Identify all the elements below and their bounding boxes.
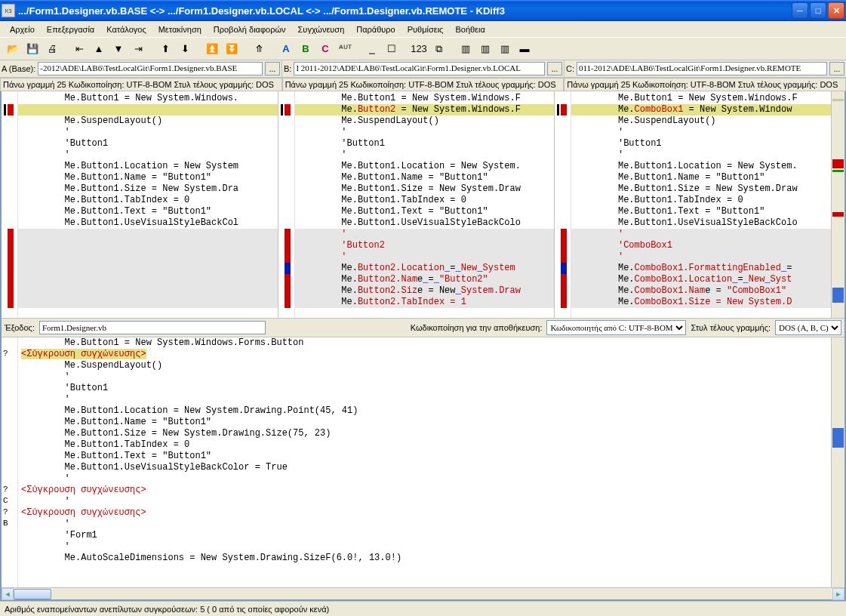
diff-pane-a[interactable]: Me.Button1 = New System.Windows. Me.Susp…: [2, 91, 278, 318]
app-icon: K3: [2, 4, 15, 17]
open-icon: 📂: [7, 43, 19, 54]
path-c-label: C:: [566, 64, 574, 73]
code-line: Me.ComboBox1 = New System.Window: [571, 104, 831, 116]
code-line: Me.Button1.UseVisualStyleBackCol: [18, 217, 278, 229]
toolbar-nextconf-button[interactable]: ⏬: [223, 41, 240, 57]
toolbar-123-button[interactable]: 123: [411, 41, 427, 57]
ws2-icon: ☐: [387, 43, 396, 54]
title-bar: K3 .../Form1.Designer.vb.BASE <-> .../Fo…: [0, 0, 846, 21]
split-icon: ⧉: [435, 43, 442, 55]
toolbar-ws1-button[interactable]: ⎯: [364, 41, 380, 57]
eol-label: Στυλ τέλους γραμμής:: [691, 323, 771, 332]
merge-gutter-marker: B: [3, 519, 8, 528]
code-line: Me.Button1.Location = New System.: [571, 161, 831, 172]
merge-line: ': [18, 473, 831, 485]
toolbar-A-button[interactable]: A: [278, 41, 294, 57]
code-line: [18, 251, 278, 263]
toolbar-auto-button[interactable]: ᴬᵁᵀ: [337, 41, 353, 57]
code-line: Me.Button1.Name = "Button1": [18, 172, 278, 183]
toolbar-prevdiff-button[interactable]: ⬆: [157, 41, 174, 57]
menu-Ρυθμίσεις[interactable]: Ρυθμίσεις: [402, 23, 449, 35]
horizontal-scrollbar[interactable]: ◄►: [2, 587, 844, 599]
close-button[interactable]: ✕: [828, 2, 844, 19]
menu-Κατάλογος[interactable]: Κατάλογος: [101, 23, 151, 35]
code-line: Me.ComboBox1.FormattingEnabled_=: [571, 263, 831, 274]
toolbar-autosolve-button[interactable]: ⤊: [251, 41, 267, 57]
menu-Επεξεργασία[interactable]: Επεξεργασία: [42, 23, 100, 35]
diff-pane-c[interactable]: Me.Button1 = New System.Windows.F Me.Com…: [555, 91, 831, 318]
code-line: Me.Button1.TabIndex = 0: [295, 195, 555, 206]
col3-icon: ▥: [500, 43, 509, 54]
toolbar-open-button[interactable]: 📂: [5, 41, 21, 57]
merge-line: Me.Button1 = New System.Windows.Forms.Bu…: [18, 337, 831, 349]
path-b-browse-button[interactable]: ...: [547, 62, 562, 75]
merge-pane[interactable]: ??C?B Me.Button1 = New System.Windows.Fo…: [2, 337, 831, 587]
eol-select[interactable]: DOS (A, B, C): [775, 320, 841, 335]
path-a-input[interactable]: -2012\ADE\LAB6\TestLocalGit\Form1.Design…: [38, 62, 263, 75]
merge-line: Me.Button1.Size = New System.Drawing.Siz…: [18, 428, 831, 439]
diff-pane-b[interactable]: Me.Button1 = New System.Windows.F Me.But…: [278, 91, 555, 318]
code-line: Me.Button1.Size = New System.Dra: [18, 183, 278, 195]
status-text: Αριθμός εναπομείναντων ανεπίλυτων συγκρο…: [5, 605, 329, 614]
path-b-input[interactable]: I 2011-2012\ADE\LAB6\TestLocalGit\Form1.…: [294, 62, 545, 75]
menu-Μετακίνηση[interactable]: Μετακίνηση: [153, 23, 207, 35]
merge-line: Me.AutoScaleDimensions = New System.Draw…: [18, 553, 831, 564]
code-line: Me.Button1.Location = New System: [18, 161, 278, 172]
code-line: Me.Button2.TabIndex = 1: [295, 297, 555, 308]
merge-overview-scrollbar[interactable]: [831, 337, 844, 587]
merge-line: Me.Button1.Name = "Button1": [18, 417, 831, 428]
merge-line: <Σύγκρουση συγχώνευσης>: [18, 349, 831, 360]
col1-icon: ▥: [461, 43, 470, 54]
toolbar-col1-button[interactable]: ▥: [457, 41, 474, 57]
path-c-input[interactable]: 011-2012\ADE\LAB6\TestLocalGit\Form1.Des…: [577, 62, 827, 75]
toolbar-gofwd-button[interactable]: ⇥: [130, 41, 146, 57]
toolbar-B-button[interactable]: B: [297, 41, 314, 57]
code-line: Me.SuspendLayout(): [18, 116, 278, 127]
toolbar-prevconf-button[interactable]: ⏫: [204, 41, 220, 57]
toolbar-godown-button[interactable]: ▼: [110, 41, 127, 57]
toolbar-goback-button[interactable]: ⇤: [71, 41, 88, 57]
code-line: ': [571, 251, 831, 263]
toolbar-C-button[interactable]: C: [317, 41, 334, 57]
path-a-browse-button[interactable]: ...: [265, 62, 280, 75]
encoding-select[interactable]: Κωδικοποιητής από C: UTF-8-BOM: [546, 320, 686, 335]
code-line: 'Button1: [18, 138, 278, 149]
output-path-input[interactable]: [39, 321, 266, 334]
code-line: [18, 297, 278, 308]
autosolve-icon: ⤊: [255, 43, 263, 54]
code-line: ': [295, 229, 555, 240]
toolbar-save-button[interactable]: 💾: [24, 41, 41, 57]
toolbar-print-button[interactable]: 🖨: [44, 41, 60, 57]
minimize-button[interactable]: ─: [792, 2, 808, 19]
toolbar-col3-button[interactable]: ▥: [497, 41, 513, 57]
code-line: Me.Button1 = New System.Windows.F: [295, 93, 555, 104]
merge-line: Me.Button1.UseVisualStyleBackColor = Tru…: [18, 462, 831, 473]
menu-Προβολή διαφορών[interactable]: Προβολή διαφορών: [208, 23, 291, 35]
toolbar-col2-button[interactable]: ▥: [477, 41, 494, 57]
toolbar-split-button[interactable]: ⧉: [430, 41, 447, 57]
menu-Αρχείο[interactable]: Αρχείο: [5, 23, 40, 35]
path-c-browse-button[interactable]: ...: [829, 62, 844, 75]
menu-Παράθυρο[interactable]: Παράθυρο: [351, 23, 400, 35]
toolbar-nextdiff-button[interactable]: ⬇: [177, 41, 193, 57]
toolbar-hsplit-button[interactable]: ▬: [516, 41, 533, 57]
toolbar-goup-button[interactable]: ▲: [91, 41, 107, 57]
merge-line: Me.Button1.Location = New System.Drawing…: [18, 405, 831, 417]
window-title: .../Form1.Designer.vb.BASE <-> .../Form1…: [18, 5, 792, 17]
merge-line: <Σύγκρουση συγχώνευσης>: [18, 485, 831, 496]
toolbar-ws2-button[interactable]: ☐: [383, 41, 400, 57]
gofwd-icon: ⇥: [134, 43, 143, 54]
code-line: Me.Button1.UseVisualStyleBackColo: [295, 217, 555, 229]
hsplit-icon: ▬: [520, 43, 530, 54]
maximize-button[interactable]: □: [810, 2, 826, 19]
prevconf-icon: ⏫: [206, 43, 218, 54]
encoding-label: Κωδικοποίηση για την αποθήκευση:: [411, 323, 543, 332]
toolbar: 📂💾🖨⇤▲▼⇥⬆⬇⏫⏬⤊ABCᴬᵁᵀ⎯☐123⧉▥▥▥▬: [0, 38, 846, 60]
file-path-row: A (Base): -2012\ADE\LAB6\TestLocalGit\Fo…: [0, 60, 846, 78]
nextdiff-icon: ⬇: [181, 43, 189, 54]
nextconf-icon: ⏬: [226, 43, 238, 54]
path-a-label: A (Base):: [2, 64, 35, 73]
menu-Συγχώνευση[interactable]: Συγχώνευση: [293, 23, 350, 35]
menu-Βοήθεια[interactable]: Βοήθεια: [450, 23, 490, 35]
overview-scrollbar[interactable]: [831, 91, 844, 318]
